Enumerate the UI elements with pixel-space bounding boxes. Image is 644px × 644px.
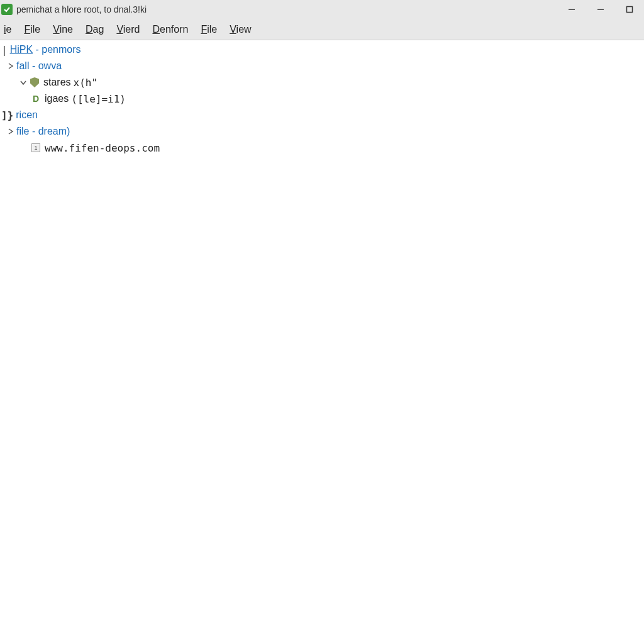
- tree-node-stares[interactable]: stares x(h": [0, 74, 644, 91]
- brace-icon: ]}: [1, 109, 13, 121]
- tree-ext: x(h": [74, 77, 98, 89]
- tree-label: stares: [43, 77, 71, 88]
- minimize-button[interactable]: [557, 0, 586, 19]
- maximize-button[interactable]: [615, 0, 644, 19]
- menu-vine[interactable]: Vine: [47, 21, 79, 38]
- tree-root-ricen[interactable]: ]} ricen: [0, 107, 644, 123]
- tree-label[interactable]: ricen: [16, 109, 38, 121]
- tree-node-url[interactable]: 1 www.fifen-deops.com: [0, 140, 644, 156]
- d-icon: D: [30, 93, 42, 104]
- page-icon: 1: [30, 142, 42, 153]
- window-controls: [557, 0, 644, 19]
- menu-dag[interactable]: Dag: [79, 21, 110, 38]
- chevron-right-icon[interactable]: [5, 128, 16, 135]
- menu-view[interactable]: View: [223, 21, 257, 38]
- shield-icon: [29, 77, 40, 88]
- window-title: pemichat a hlore root, to dnal.3!ki: [16, 4, 147, 14]
- tree-label[interactable]: www.fifen-deops.com: [45, 142, 160, 154]
- tree-ext: ([le]=i1): [71, 93, 126, 105]
- titlebar: pemichat a hlore root, to dnal.3!ki: [0, 0, 644, 19]
- chevron-down-icon[interactable]: [18, 79, 29, 86]
- tree-node-file-dream[interactable]: file - dream): [0, 123, 644, 140]
- menubar: ie File Vine Dag Vierd Denforn File View: [0, 19, 644, 40]
- menu-file[interactable]: File: [18, 21, 47, 38]
- tree-view: | HiPK - penmors fall - owva stares x(h"…: [0, 40, 644, 157]
- menu-ie[interactable]: ie: [3, 21, 18, 38]
- tree-label[interactable]: fall - owva: [16, 60, 62, 72]
- restore-button[interactable]: [586, 0, 615, 19]
- tree-node-fall[interactable]: fall - owva: [0, 58, 644, 74]
- tree-label[interactable]: file - dream): [16, 126, 70, 137]
- tree-root-hipk[interactable]: | HiPK - penmors: [0, 42, 644, 58]
- menu-denforn[interactable]: Denforn: [146, 21, 194, 38]
- menu-file-2[interactable]: File: [194, 21, 223, 38]
- tree-label[interactable]: HiPK - penmors: [10, 44, 81, 55]
- brace-icon: |: [1, 44, 8, 56]
- app-icon: [1, 4, 13, 15]
- chevron-right-icon[interactable]: [5, 63, 16, 69]
- menu-vierd[interactable]: Vierd: [110, 21, 146, 38]
- tree-node-igaes[interactable]: D igaes ([le]=i1): [0, 91, 644, 107]
- tree-label: igaes: [45, 93, 69, 104]
- svg-rect-2: [627, 7, 633, 13]
